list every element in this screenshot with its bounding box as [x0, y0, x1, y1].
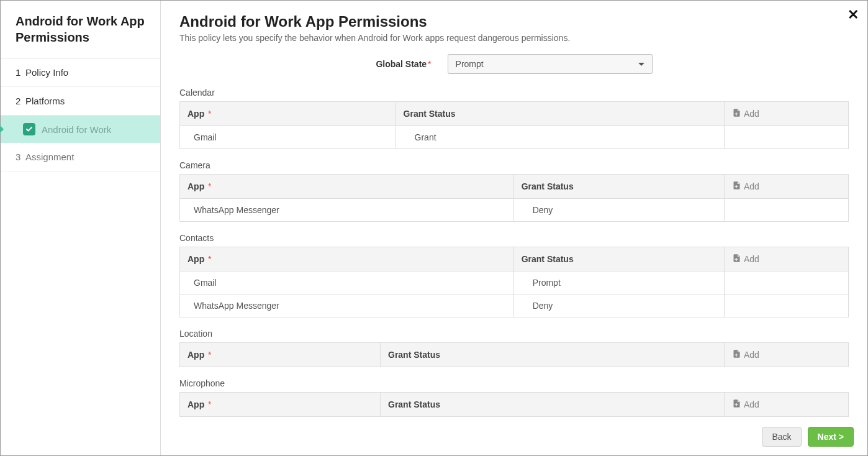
page-description: This policy lets you specify the behavio…: [179, 33, 849, 43]
nav-item-platforms[interactable]: 2 Platforms: [1, 87, 160, 116]
nav-num: 3: [16, 152, 25, 162]
close-icon[interactable]: ✕: [848, 7, 859, 23]
cell-status: Deny: [513, 199, 724, 222]
cell-actions: [725, 199, 849, 222]
nav-item-assignment[interactable]: 3 Assignment: [1, 143, 160, 171]
col-header-app: App *: [180, 175, 514, 199]
col-header-add: Add: [725, 247, 849, 271]
global-state-value: Prompt: [456, 59, 484, 69]
nav-subitem-android-for-work[interactable]: Android for Work: [1, 116, 160, 143]
col-header-status: Grant Status: [381, 393, 725, 417]
nav-num: 2: [16, 96, 25, 106]
add-button[interactable]: Add: [732, 181, 759, 192]
add-button[interactable]: Add: [732, 399, 759, 410]
footer: Back Next >: [161, 421, 867, 455]
cell-actions: [725, 294, 849, 317]
col-header-add: Add: [725, 102, 849, 126]
nav-label: Policy Info: [25, 67, 68, 78]
add-icon: [732, 253, 741, 265]
permissions-table: App *Grant StatusAdd: [179, 392, 849, 417]
cell-status: Deny: [513, 294, 724, 317]
cell-app: Gmail: [180, 126, 396, 149]
add-label: Add: [744, 350, 759, 360]
cell-actions: [725, 271, 849, 294]
global-state-label: Global State*: [376, 59, 431, 69]
cell-status: Grant: [396, 126, 724, 149]
section-title: Microphone: [179, 378, 849, 388]
col-header-app: App *: [180, 393, 381, 417]
add-icon: [732, 108, 741, 119]
sidebar-title: Android for Work App Permissions: [1, 1, 160, 58]
back-button[interactable]: Back: [762, 427, 801, 447]
page-title: Android for Work App Permissions: [179, 13, 849, 30]
table-row[interactable]: WhatsApp MessengerDeny: [180, 294, 849, 317]
nav-label: Assignment: [25, 152, 74, 162]
table-row[interactable]: GmailPrompt: [180, 271, 849, 294]
add-icon: [732, 349, 741, 360]
add-button[interactable]: Add: [732, 108, 759, 119]
chevron-down-icon: [638, 63, 644, 66]
check-icon: [23, 123, 35, 135]
add-label: Add: [744, 109, 759, 119]
section-title: Contacts: [179, 233, 849, 243]
cell-actions: [725, 126, 849, 149]
col-header-status: Grant Status: [513, 247, 724, 271]
nav-sub-label: Android for Work: [42, 124, 111, 135]
col-header-app: App *: [180, 343, 381, 367]
nav-item-policy-info[interactable]: 1 Policy Info: [1, 58, 160, 87]
col-header-status: Grant Status: [381, 343, 725, 367]
cell-status: Prompt: [513, 271, 724, 294]
add-icon: [732, 399, 741, 410]
add-label: Add: [744, 181, 759, 191]
cell-app: WhatsApp Messenger: [180, 199, 514, 222]
cell-app: WhatsApp Messenger: [180, 294, 514, 317]
main-content: Android for Work App Permissions This po…: [161, 1, 867, 421]
global-state-select[interactable]: Prompt: [448, 54, 653, 74]
add-label: Add: [744, 399, 759, 409]
col-header-app: App *: [180, 102, 396, 126]
sidebar: Android for Work App Permissions 1 Polic…: [1, 1, 161, 455]
permissions-table: App *Grant StatusAddWhatsApp MessengerDe…: [179, 174, 849, 222]
permissions-table: App *Grant StatusAddGmailPromptWhatsApp …: [179, 247, 849, 317]
add-label: Add: [744, 254, 759, 264]
col-header-app: App *: [180, 247, 514, 271]
permissions-table: App *Grant StatusAdd: [179, 342, 849, 367]
col-header-status: Grant Status: [396, 102, 724, 126]
add-icon: [732, 181, 741, 192]
col-header-status: Grant Status: [513, 175, 724, 199]
add-button[interactable]: Add: [732, 253, 759, 265]
cell-app: Gmail: [180, 271, 514, 294]
section-title: Camera: [179, 160, 849, 170]
table-row[interactable]: GmailGrant: [180, 126, 849, 149]
nav-label: Platforms: [25, 96, 65, 106]
section-title: Location: [179, 329, 849, 339]
table-row[interactable]: WhatsApp MessengerDeny: [180, 199, 849, 222]
nav-num: 1: [16, 67, 25, 78]
next-button[interactable]: Next >: [808, 427, 854, 447]
col-header-add: Add: [725, 343, 849, 367]
col-header-add: Add: [725, 175, 849, 199]
col-header-add: Add: [725, 393, 849, 417]
add-button[interactable]: Add: [732, 349, 759, 360]
section-title: Calendar: [179, 88, 849, 98]
permissions-table: App *Grant StatusAddGmailGrant: [179, 101, 849, 149]
